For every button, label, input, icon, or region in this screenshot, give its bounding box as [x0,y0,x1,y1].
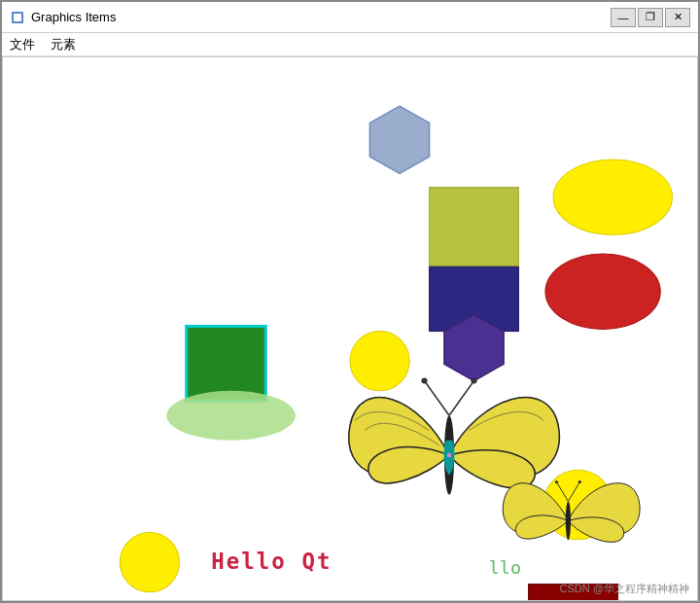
menu-file[interactable]: 文件 [10,36,35,53]
ellipse-yellow-top[interactable] [553,160,672,235]
title-bar: Graphics Items — ❐ ✕ [2,2,698,33]
ellipse-red[interactable] [545,254,660,330]
minimize-button[interactable]: — [611,8,636,27]
svg-rect-1 [14,14,21,21]
llo-text: llo [489,557,521,578]
restore-button[interactable]: ❐ [638,8,663,27]
rect-green-cyan-border[interactable] [187,326,266,401]
svg-point-10 [555,480,558,483]
menu-bar: 文件 元素 [2,33,698,56]
graphics-canvas: Hello Qt llo [3,57,697,600]
hello-qt-text: Hello Qt [211,549,332,574]
rect-yellowgreen[interactable] [430,188,519,267]
window-icon [10,10,25,25]
svg-point-5 [421,377,427,383]
butterfly [349,377,640,542]
canvas-area: Hello Qt llo [2,56,698,601]
watermark: CSDN @华之程序精神精神 [560,582,689,596]
svg-line-4 [449,381,474,416]
window-controls: — ❐ ✕ [611,8,690,27]
hexagon-blue[interactable] [369,106,429,173]
ellipse-lightgreen[interactable] [166,391,296,441]
circle-yellow-bottomleft[interactable] [120,533,179,592]
menu-elements[interactable]: 元素 [51,36,76,53]
main-window: Graphics Items — ❐ ✕ 文件 元素 [0,0,700,603]
circle-yellow-center[interactable] [350,332,409,391]
close-button[interactable]: ✕ [665,8,690,27]
svg-line-3 [425,381,450,416]
svg-point-11 [578,480,581,483]
svg-point-6 [471,377,476,383]
window-title: Graphics Items [31,10,611,24]
svg-point-7 [566,501,571,540]
